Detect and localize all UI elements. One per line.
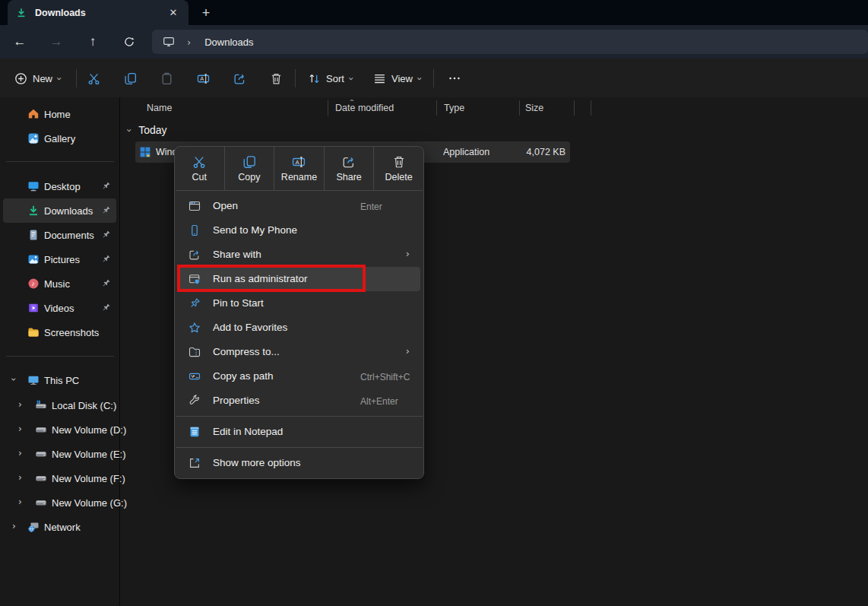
pinned-icon bbox=[101, 230, 111, 240]
close-tab-icon[interactable]: ✕ bbox=[166, 5, 181, 21]
up-button[interactable]: ↑ bbox=[81, 30, 105, 54]
copy-icon bbox=[242, 155, 256, 169]
sidebar-item-new-volume-d[interactable]: › New Volume (D:) bbox=[3, 417, 116, 442]
titlebar: Downloads ✕ + bbox=[0, 0, 868, 25]
sidebar: Home Gallery Desktop Downloads Documents bbox=[0, 97, 120, 606]
column-size[interactable]: Size bbox=[525, 103, 543, 113]
videos-icon bbox=[27, 302, 40, 314]
pushpin-icon bbox=[188, 297, 201, 309]
menu-item-copy-as-path[interactable]: Copy as path Ctrl+Shift+C bbox=[178, 364, 420, 389]
sidebar-item-gallery[interactable]: Gallery bbox=[3, 126, 116, 151]
chevron-right-icon[interactable]: › bbox=[18, 473, 22, 482]
list-lines-icon bbox=[373, 72, 386, 85]
shortcut-label: Ctrl+Shift+C bbox=[360, 372, 410, 382]
sidebar-item-home[interactable]: Home bbox=[3, 102, 116, 126]
chevron-right-icon[interactable]: › bbox=[12, 522, 16, 531]
sidebar-item-downloads[interactable]: Downloads bbox=[3, 198, 116, 223]
tab-title: Downloads bbox=[35, 8, 86, 18]
refresh-button[interactable] bbox=[117, 30, 141, 54]
rename-button[interactable]: A bbox=[189, 65, 217, 92]
menu-item-share-with[interactable]: Share with › bbox=[178, 243, 420, 267]
submenu-chevron-icon: › bbox=[406, 249, 410, 259]
paste-button[interactable] bbox=[153, 65, 180, 92]
menu-divider bbox=[176, 416, 423, 417]
pinned-icon bbox=[101, 278, 111, 288]
chevron-right-icon[interactable]: › bbox=[18, 400, 22, 409]
new-tab-button[interactable]: + bbox=[196, 3, 216, 23]
new-button[interactable]: New› bbox=[8, 65, 68, 92]
sidebar-item-new-volume-e[interactable]: › New Volume (E:) bbox=[3, 442, 116, 466]
column-divider[interactable] bbox=[574, 100, 575, 116]
column-date-modified[interactable]: Date modified bbox=[335, 103, 394, 113]
notepad-icon bbox=[188, 426, 201, 438]
column-divider[interactable] bbox=[519, 100, 520, 116]
share-menu-button[interactable]: Share bbox=[324, 147, 374, 190]
sidebar-item-pictures[interactable]: Pictures bbox=[3, 247, 116, 271]
forward-button[interactable]: → bbox=[44, 30, 68, 54]
menu-item-edit-in-notepad[interactable]: Edit in Notepad bbox=[178, 420, 420, 444]
menu-item-compress-to[interactable]: Compress to... › bbox=[178, 340, 420, 364]
address-bar[interactable]: › Downloads bbox=[152, 30, 868, 54]
column-type[interactable]: Type bbox=[444, 103, 464, 113]
zip-folder-icon bbox=[188, 346, 201, 358]
sidebar-item-music[interactable]: ♪ Music bbox=[3, 271, 116, 296]
sidebar-item-videos[interactable]: Videos bbox=[3, 296, 116, 320]
column-divider[interactable] bbox=[436, 100, 437, 116]
open-window-icon bbox=[188, 200, 201, 212]
disk-icon bbox=[35, 497, 47, 509]
menu-item-add-to-favorites[interactable]: Add to Favorites bbox=[178, 316, 420, 340]
copy-menu-button[interactable]: Copy bbox=[224, 147, 274, 190]
chevron-down-icon[interactable]: › bbox=[9, 378, 18, 382]
cut-menu-button[interactable]: Cut bbox=[175, 147, 224, 190]
menu-item-open[interactable]: Open Enter bbox=[178, 194, 420, 218]
sidebar-item-new-volume-g[interactable]: › New Volume (G:) bbox=[3, 490, 116, 515]
column-divider[interactable] bbox=[328, 100, 328, 116]
scissors-icon bbox=[192, 155, 206, 169]
more-options-icon[interactable] bbox=[441, 65, 468, 92]
rename-icon: A bbox=[292, 155, 306, 169]
desktop-icon bbox=[27, 180, 40, 192]
column-name[interactable]: Name bbox=[147, 103, 172, 113]
this-pc-icon bbox=[27, 374, 40, 386]
sidebar-item-network[interactable]: › Network bbox=[3, 515, 116, 539]
menu-item-send-to-my-phone[interactable]: Send to My Phone bbox=[178, 218, 420, 243]
sidebar-item-this-pc[interactable]: › This PC bbox=[3, 368, 116, 392]
breadcrumb[interactable]: Downloads bbox=[204, 36, 253, 48]
chevron-right-icon[interactable]: › bbox=[18, 497, 22, 506]
sidebar-item-documents[interactable]: Documents bbox=[3, 223, 116, 247]
menu-item-properties[interactable]: Properties Alt+Enter bbox=[178, 389, 420, 413]
back-button[interactable]: ← bbox=[8, 30, 32, 54]
sidebar-item-new-volume-f[interactable]: › New Volume (F:) bbox=[3, 466, 116, 490]
chevron-right-icon[interactable]: › bbox=[18, 424, 22, 433]
sidebar-item-screenshots[interactable]: Screenshots bbox=[3, 320, 116, 344]
shortcut-label: Enter bbox=[360, 201, 382, 212]
sidebar-divider bbox=[6, 356, 114, 357]
menu-item-pin-to-start[interactable]: Pin to Start bbox=[178, 291, 420, 316]
sort-ascending-icon: › bbox=[348, 99, 356, 102]
sort-button[interactable]: Sort› bbox=[301, 65, 360, 92]
pinned-icon bbox=[101, 254, 111, 264]
trash-icon bbox=[392, 155, 406, 169]
column-headers: Name › Date modified Type Size bbox=[121, 97, 868, 119]
sidebar-item-desktop[interactable]: Desktop bbox=[3, 174, 116, 198]
chevron-right-icon[interactable]: › bbox=[18, 449, 22, 458]
breadcrumb-chevron-icon: › bbox=[187, 37, 191, 47]
expand-icon bbox=[188, 457, 201, 469]
svg-text:A: A bbox=[296, 158, 300, 165]
view-button[interactable]: View› bbox=[366, 65, 429, 92]
delete-menu-button[interactable]: Delete bbox=[373, 147, 423, 190]
music-icon: ♪ bbox=[27, 278, 40, 290]
shortcut-label: Alt+Enter bbox=[360, 396, 398, 407]
this-pc-icon bbox=[163, 36, 175, 48]
copy-button[interactable] bbox=[116, 65, 144, 92]
menu-item-show-more-options[interactable]: Show more options bbox=[178, 451, 420, 475]
cut-button[interactable] bbox=[80, 65, 107, 92]
sidebar-item-local-disk-c[interactable]: › Local Disk (C:) bbox=[3, 393, 116, 417]
group-header-today[interactable]: › Today bbox=[121, 119, 167, 141]
delete-button[interactable] bbox=[262, 65, 290, 92]
rename-menu-button[interactable]: A Rename bbox=[274, 147, 324, 190]
column-divider[interactable] bbox=[591, 100, 591, 116]
tab-downloads[interactable]: Downloads ✕ bbox=[8, 0, 188, 25]
disk-icon bbox=[35, 472, 47, 484]
share-button[interactable] bbox=[226, 65, 253, 92]
